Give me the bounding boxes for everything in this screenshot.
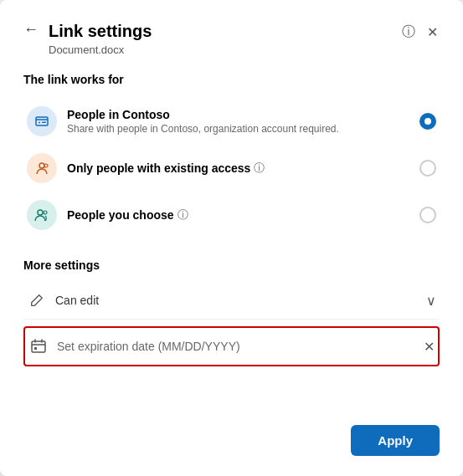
can-edit-row[interactable]: Can edit ∨ [23,282,440,320]
svg-point-5 [38,210,43,215]
more-settings-label: More settings [23,258,440,272]
contoso-content: People in Contoso Share with people in C… [67,108,419,135]
dialog-header: ← Link settings Document.docx ⓘ ✕ [23,20,440,56]
existing-title: Only people with existing access [67,161,250,175]
contoso-title: People in Contoso [67,108,419,121]
option-existing[interactable]: Only people with existing access ⓘ [23,145,440,192]
existing-icon [27,153,57,183]
back-button[interactable]: ← [23,22,39,37]
option-list: People in Contoso Share with people in C… [23,98,440,238]
choose-radio[interactable] [419,207,436,223]
pencil-icon [27,290,47,310]
link-settings-dialog: ← Link settings Document.docx ⓘ ✕ The li… [0,0,463,476]
svg-rect-8 [34,347,37,350]
expiration-label: Set expiration date (MM/DD/YYYY) [57,340,424,353]
dialog-footer: Apply [23,405,440,456]
contoso-radio[interactable] [419,113,436,130]
close-button[interactable]: ✕ [425,23,440,42]
svg-point-1 [39,122,40,124]
can-edit-label: Can edit [55,294,426,307]
svg-point-3 [39,163,44,168]
existing-radio[interactable] [419,160,436,177]
expiration-close-icon[interactable]: ✕ [424,339,435,355]
choose-title: People you choose [67,208,174,222]
chevron-down-icon: ∨ [426,293,436,309]
expiration-row[interactable]: Set expiration date (MM/DD/YYYY) ✕ [23,326,440,366]
choose-icon [27,200,57,230]
option-contoso[interactable]: People in Contoso Share with people in C… [23,98,440,145]
apply-button[interactable]: Apply [351,425,440,456]
header-text: Link settings Document.docx [49,20,400,56]
svg-point-4 [44,164,48,167]
calendar-icon [28,336,49,356]
svg-rect-0 [36,117,48,125]
info-button[interactable]: ⓘ [400,22,417,43]
header-actions: ⓘ ✕ [400,22,440,43]
dialog-title: Link settings [49,20,400,42]
choose-info-icon[interactable]: ⓘ [177,207,188,223]
choose-content: People you choose ⓘ [67,207,419,223]
option-choose[interactable]: People you choose ⓘ [23,192,440,238]
svg-rect-7 [32,341,45,352]
existing-inline: Only people with existing access ⓘ [67,161,419,176]
svg-point-6 [44,211,47,214]
svg-rect-2 [42,122,46,124]
choose-inline: People you choose ⓘ [67,207,419,223]
existing-info-icon[interactable]: ⓘ [254,161,265,176]
existing-content: Only people with existing access ⓘ [67,161,419,176]
contoso-icon [27,106,57,136]
link-works-for-label: The link works for [23,73,440,86]
contoso-description: Share with people in Contoso, organizati… [67,123,419,135]
dialog-subtitle: Document.docx [49,44,400,56]
